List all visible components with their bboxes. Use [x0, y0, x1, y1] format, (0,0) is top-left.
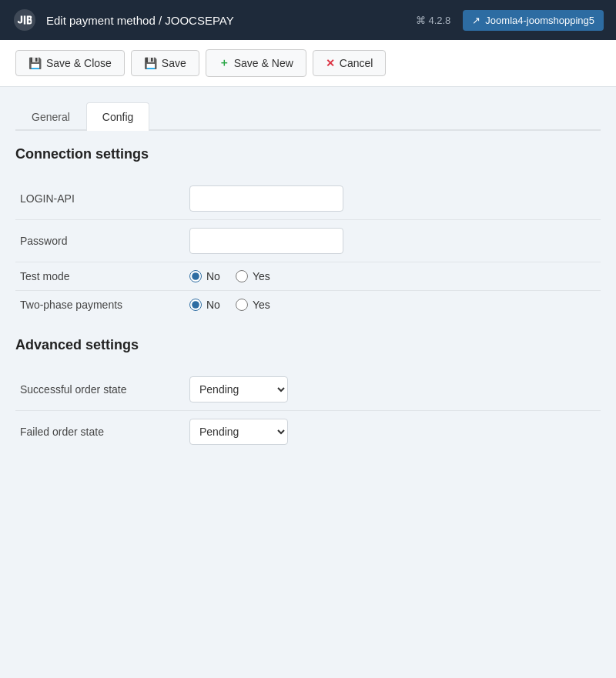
- tab-config[interactable]: Config: [86, 102, 149, 131]
- save-close-label: Save & Close: [46, 57, 112, 69]
- test-mode-row: Test mode No Yes: [15, 262, 601, 291]
- save-label: Save: [162, 57, 186, 69]
- save-button[interactable]: 💾 Save: [131, 50, 199, 76]
- joomla-logo-icon: [12, 8, 37, 32]
- two-phase-no-radio[interactable]: [189, 299, 202, 311]
- two-phase-label: Two-phase payments: [20, 299, 189, 311]
- cancel-icon: ✕: [326, 57, 335, 69]
- save-icon: 💾: [144, 57, 157, 69]
- connection-settings-section: Connection settings LOGIN-API Password T…: [15, 146, 601, 319]
- page-title: Edit payment method / JOOCSEPAY: [46, 14, 234, 27]
- test-mode-radio-group: No Yes: [189, 270, 270, 282]
- two-phase-radio-group: No Yes: [189, 299, 270, 311]
- login-api-row: LOGIN-API: [15, 178, 601, 220]
- successful-order-state-row: Successful order state Pending Processin…: [15, 369, 601, 411]
- external-link-icon: ↗: [472, 15, 480, 26]
- advanced-settings-title: Advanced settings: [15, 337, 601, 356]
- successful-order-state-select[interactable]: Pending Processing Completed Cancelled: [189, 376, 288, 402]
- navbar-left: Edit payment method / JOOCSEPAY: [12, 8, 234, 32]
- successful-order-state-label: Successful order state: [20, 383, 189, 396]
- save-close-icon: 💾: [28, 57, 42, 69]
- navbar: Edit payment method / JOOCSEPAY ⌘ 4.2.8 …: [0, 0, 616, 40]
- test-mode-yes-label[interactable]: Yes: [236, 270, 270, 282]
- version-badge: ⌘ 4.2.8: [416, 15, 451, 26]
- navbar-right: ⌘ 4.2.8 ↗ Joomla4-joomshopping5: [416, 10, 604, 31]
- test-mode-no-label[interactable]: No: [189, 270, 220, 282]
- login-api-label: LOGIN-API: [20, 192, 189, 205]
- connection-settings-title: Connection settings: [15, 146, 601, 165]
- two-phase-no-label[interactable]: No: [189, 299, 220, 311]
- password-field: [189, 228, 596, 254]
- tabs: General Config: [15, 102, 601, 131]
- site-button[interactable]: ↗ Joomla4-joomshopping5: [463, 10, 604, 31]
- toolbar: 💾 Save & Close 💾 Save ＋ Save & New ✕ Can…: [0, 40, 616, 87]
- two-phase-row: Two-phase payments No Yes: [15, 291, 601, 319]
- cancel-label: Cancel: [340, 57, 373, 69]
- save-close-button[interactable]: 💾 Save & Close: [15, 50, 125, 76]
- save-new-icon: ＋: [219, 56, 229, 70]
- test-mode-field: No Yes: [189, 270, 596, 282]
- test-mode-label: Test mode: [20, 270, 189, 282]
- failed-order-state-row: Failed order state Pending Processing Co…: [15, 411, 601, 453]
- test-mode-yes-radio[interactable]: [236, 270, 248, 282]
- save-new-button[interactable]: ＋ Save & New: [206, 49, 306, 77]
- password-row: Password: [15, 220, 601, 262]
- two-phase-field: No Yes: [189, 299, 596, 311]
- advanced-settings-section: Advanced settings Successful order state…: [15, 337, 601, 453]
- site-button-label: Joomla4-joomshopping5: [485, 15, 594, 26]
- login-api-input[interactable]: [189, 185, 343, 212]
- failed-order-state-label: Failed order state: [20, 426, 189, 438]
- save-new-label: Save & New: [234, 57, 293, 69]
- two-phase-yes-label[interactable]: Yes: [236, 299, 270, 311]
- failed-order-state-field: Pending Processing Completed Cancelled: [189, 419, 596, 445]
- tab-general[interactable]: General: [15, 102, 86, 131]
- password-label: Password: [20, 235, 189, 247]
- two-phase-yes-radio[interactable]: [236, 299, 248, 311]
- password-input[interactable]: [189, 228, 343, 254]
- login-api-field: [189, 185, 596, 212]
- failed-order-state-select[interactable]: Pending Processing Completed Cancelled: [189, 419, 288, 445]
- successful-order-state-field: Pending Processing Completed Cancelled: [189, 376, 596, 402]
- test-mode-no-radio[interactable]: [189, 270, 202, 282]
- main-content: General Config Connection settings LOGIN…: [0, 87, 616, 678]
- cancel-button[interactable]: ✕ Cancel: [313, 50, 387, 76]
